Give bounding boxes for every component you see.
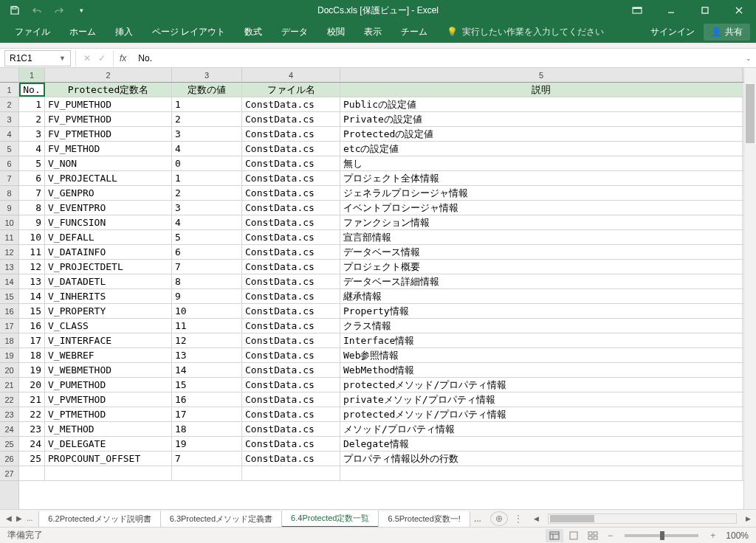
- tab-insert[interactable]: 挿入: [106, 21, 142, 43]
- col-header[interactable]: 2: [45, 68, 172, 82]
- cell[interactable]: etcの設定値: [340, 142, 743, 156]
- cell[interactable]: V_METHOD: [45, 422, 172, 436]
- cell[interactable]: V_PUMETHOD: [45, 378, 172, 392]
- table-header-cell[interactable]: No.: [19, 83, 45, 97]
- cell[interactable]: 8: [172, 274, 242, 288]
- cell[interactable]: [340, 466, 743, 480]
- cell[interactable]: 19: [172, 437, 242, 451]
- close-button[interactable]: [722, 0, 756, 21]
- row-header[interactable]: 10: [0, 215, 18, 230]
- row-header[interactable]: 24: [0, 422, 18, 437]
- cell[interactable]: データベース詳細情報: [340, 274, 743, 288]
- qat-customize-icon[interactable]: ▾: [71, 1, 92, 19]
- zoom-slider[interactable]: [625, 534, 698, 537]
- cell[interactable]: Interface情報: [340, 333, 743, 347]
- cell[interactable]: ConstData.cs: [242, 230, 340, 244]
- table-header-cell[interactable]: 説明: [340, 83, 743, 97]
- cell[interactable]: Protectedの設定値: [340, 127, 743, 141]
- tab-overflow[interactable]: ...: [27, 514, 32, 522]
- cell[interactable]: ConstData.cs: [242, 260, 340, 274]
- view-page-break-button[interactable]: [584, 529, 602, 542]
- vertical-scrollbar[interactable]: [743, 68, 756, 509]
- cell[interactable]: V_WEBREF: [45, 348, 172, 362]
- col-header[interactable]: 5: [340, 68, 743, 82]
- cell[interactable]: ConstData.cs: [242, 348, 340, 362]
- zoom-level[interactable]: 100%: [726, 530, 749, 541]
- cell[interactable]: V_EVENTPRO: [45, 201, 172, 215]
- cell[interactable]: 3: [19, 127, 45, 141]
- minimize-button[interactable]: [654, 0, 688, 21]
- cell[interactable]: Property情報: [340, 304, 743, 318]
- cell[interactable]: 2: [172, 186, 242, 200]
- cell[interactable]: V_DELEGATE: [45, 437, 172, 451]
- cell[interactable]: ConstData.cs: [242, 274, 340, 288]
- table-header-cell[interactable]: 定数の値: [172, 83, 242, 97]
- cell[interactable]: ConstData.cs: [242, 171, 340, 185]
- signin-link[interactable]: サインイン: [650, 26, 695, 38]
- cell[interactable]: FV_PVMETHOD: [45, 112, 172, 126]
- cell[interactable]: 10: [19, 230, 45, 244]
- tab-formulas[interactable]: 数式: [236, 21, 271, 43]
- cell[interactable]: Privateの設定値: [340, 112, 743, 126]
- cell[interactable]: ジェネラルプロシージャ情報: [340, 186, 743, 200]
- cell[interactable]: 9: [19, 215, 45, 229]
- cell[interactable]: 21: [19, 392, 45, 407]
- cell[interactable]: FV_PTMETHOD: [45, 127, 172, 141]
- cell[interactable]: Delegate情報: [340, 437, 743, 451]
- cell[interactable]: 6: [172, 245, 242, 259]
- cell[interactable]: ファンクション情報: [340, 215, 743, 229]
- cell[interactable]: ConstData.cs: [242, 333, 340, 347]
- cell[interactable]: 7: [172, 452, 242, 466]
- row-header[interactable]: 27: [0, 466, 18, 481]
- cell[interactable]: データベース情報: [340, 245, 743, 259]
- cell[interactable]: 24: [19, 437, 45, 451]
- hscroll-right-icon[interactable]: ▶: [743, 513, 753, 524]
- row-header[interactable]: 19: [0, 348, 18, 363]
- cell[interactable]: 7: [19, 186, 45, 200]
- cell[interactable]: メソッド/プロパティ情報: [340, 422, 743, 436]
- cell[interactable]: 18: [172, 422, 242, 436]
- horizontal-scrollbar[interactable]: [548, 513, 737, 524]
- cell[interactable]: 1: [172, 97, 242, 111]
- cell[interactable]: FV_METHOD: [45, 142, 172, 156]
- name-box[interactable]: R1C1 ▼: [4, 50, 71, 66]
- cell[interactable]: ConstData.cs: [242, 392, 340, 407]
- cell[interactable]: ConstData.cs: [242, 186, 340, 200]
- row-header[interactable]: 20: [0, 363, 18, 378]
- cell[interactable]: ConstData.cs: [242, 452, 340, 466]
- cell[interactable]: ConstData.cs: [242, 142, 340, 156]
- cell[interactable]: 3: [172, 127, 242, 141]
- cell[interactable]: 0: [172, 156, 242, 170]
- tab-nav-prev-icon[interactable]: ◀: [6, 514, 12, 522]
- tell-me-search[interactable]: 💡 実行したい作業を入力してください: [447, 26, 604, 38]
- cell[interactable]: 25: [19, 452, 45, 466]
- share-button[interactable]: 👤 共有: [704, 24, 750, 41]
- cell[interactable]: ConstData.cs: [242, 156, 340, 170]
- row-header[interactable]: 26: [0, 452, 18, 466]
- cell[interactable]: V_DEFALL: [45, 230, 172, 244]
- cell[interactable]: Web参照情報: [340, 348, 743, 362]
- cell[interactable]: V_NON: [45, 156, 172, 170]
- table-header-cell[interactable]: Protected定数名: [45, 83, 172, 97]
- cell[interactable]: 2: [172, 112, 242, 126]
- tab-file[interactable]: ファイル: [6, 21, 59, 43]
- add-sheet-button[interactable]: ⊕: [490, 511, 508, 526]
- cell[interactable]: ConstData.cs: [242, 304, 340, 318]
- tab-nav-next-icon[interactable]: ▶: [16, 514, 22, 522]
- scrollbar-thumb[interactable]: [746, 84, 755, 143]
- row-header[interactable]: 5: [0, 142, 18, 156]
- cell[interactable]: V_GENPRO: [45, 186, 172, 200]
- undo-button[interactable]: [27, 1, 47, 19]
- select-all-corner[interactable]: [0, 68, 18, 83]
- cell[interactable]: 2: [19, 112, 45, 126]
- cell[interactable]: 11: [19, 245, 45, 259]
- cell[interactable]: 宣言部情報: [340, 230, 743, 244]
- cell[interactable]: 15: [19, 304, 45, 318]
- cell[interactable]: 11: [172, 319, 242, 333]
- cell[interactable]: ConstData.cs: [242, 319, 340, 333]
- row-header[interactable]: 25: [0, 437, 18, 452]
- enter-formula-icon[interactable]: ✓: [98, 53, 106, 63]
- cell[interactable]: イベントプロシージャ情報: [340, 201, 743, 215]
- zoom-out-button[interactable]: −: [608, 530, 613, 541]
- tab-page-layout[interactable]: ページ レイアウト: [143, 21, 234, 43]
